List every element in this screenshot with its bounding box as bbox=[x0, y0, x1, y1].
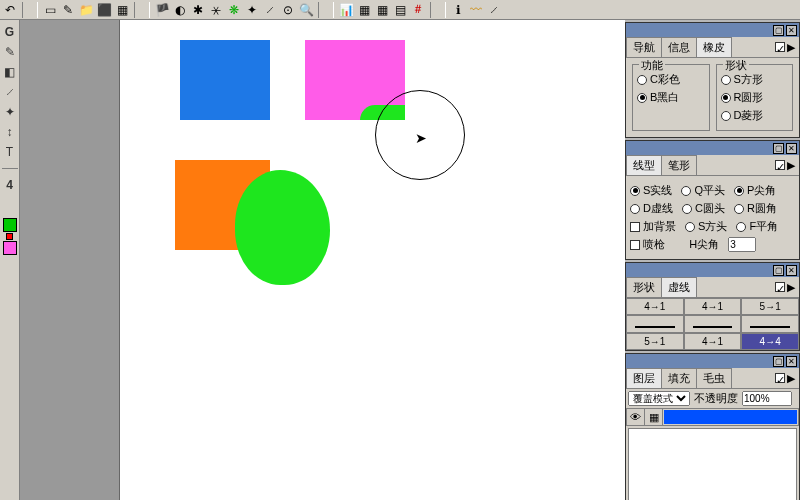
radio-sharp[interactable] bbox=[734, 186, 744, 196]
dash-cell-active[interactable]: 4→4 bbox=[741, 333, 799, 350]
radio-roundjoin[interactable] bbox=[734, 204, 744, 214]
canvas[interactable]: ➤ bbox=[120, 20, 625, 500]
layer-list[interactable] bbox=[628, 428, 797, 500]
move-tool-icon[interactable]: ↕ bbox=[2, 124, 18, 140]
close-icon[interactable]: ✕ bbox=[786, 25, 797, 36]
radio-round[interactable] bbox=[721, 93, 731, 103]
circle-icon[interactable]: ◐ bbox=[172, 2, 188, 18]
radio-dash[interactable] bbox=[630, 204, 640, 214]
radio-sqcap[interactable] bbox=[685, 222, 695, 232]
pencil-tool-icon[interactable]: ✎ bbox=[2, 44, 18, 60]
sparkle-icon[interactable]: ❋ bbox=[226, 2, 242, 18]
tab-shape[interactable]: 形状 bbox=[626, 277, 662, 297]
blend-mode-select[interactable]: 覆盖模式 bbox=[628, 391, 690, 406]
panel3-icon[interactable]: ▤ bbox=[392, 2, 408, 18]
radio-color[interactable] bbox=[637, 75, 647, 85]
minimize-icon[interactable]: ▢ bbox=[773, 143, 784, 154]
dash-cell[interactable]: 5→1 bbox=[626, 333, 684, 350]
dash-cell[interactable]: 5→1 bbox=[741, 298, 799, 315]
eraser-panel: ▢✕ 导航 信息 橡皮 ✓▶ 功能 C彩色 B黑白 形状 S方形 R圆形 D菱形 bbox=[625, 22, 800, 138]
opacity-input[interactable] bbox=[742, 391, 792, 406]
grid-icon[interactable]: ▦ bbox=[114, 2, 130, 18]
tab-dash[interactable]: 虚线 bbox=[661, 277, 697, 297]
tab-worm[interactable]: 毛虫 bbox=[696, 368, 732, 388]
blue-square bbox=[180, 40, 270, 120]
chk-spray[interactable] bbox=[630, 240, 640, 250]
cursor-arrow-icon: ➤ bbox=[415, 130, 427, 146]
panel-menu-icon[interactable]: ▶ bbox=[787, 41, 795, 54]
open-icon[interactable]: 📁 bbox=[78, 2, 94, 18]
chk-bg[interactable] bbox=[630, 222, 640, 232]
radio-solid[interactable] bbox=[630, 186, 640, 196]
radio-square[interactable] bbox=[721, 75, 731, 85]
left-toolbar: G ✎ ◧ ⟋ ✦ ↕ T 4 bbox=[0, 20, 20, 500]
target-icon[interactable]: ⊙ bbox=[280, 2, 296, 18]
panel-menu-icon[interactable]: ▶ bbox=[787, 281, 795, 294]
tab-penshape[interactable]: 笔形 bbox=[661, 155, 697, 175]
text-tool-icon[interactable]: G bbox=[2, 24, 18, 40]
close-icon[interactable]: ✕ bbox=[786, 143, 797, 154]
swatch-red[interactable] bbox=[6, 233, 13, 240]
dash-cell[interactable]: 4→1 bbox=[626, 298, 684, 315]
color-swatches bbox=[0, 217, 20, 256]
pencil-icon[interactable]: ✎ bbox=[60, 2, 76, 18]
miter-input[interactable] bbox=[728, 237, 756, 252]
layer-row[interactable]: 👁 ▦ bbox=[626, 408, 799, 426]
dash-cell[interactable]: 4→1 bbox=[684, 298, 742, 315]
panel-check[interactable]: ✓ bbox=[775, 42, 785, 52]
radio-roundcap[interactable] bbox=[682, 204, 692, 214]
chart-icon[interactable]: 📊 bbox=[338, 2, 354, 18]
layer-panel: ▢✕ 图层 填充 毛虫 ✓▶ 覆盖模式 不透明度 👁 ▦ bbox=[625, 353, 800, 500]
panel-check[interactable]: ✓ bbox=[775, 160, 785, 170]
radio-diamond[interactable] bbox=[721, 111, 731, 121]
tab-eraser[interactable]: 橡皮 bbox=[696, 37, 732, 57]
flag-icon[interactable]: 🏴 bbox=[154, 2, 170, 18]
star-tool-icon[interactable]: ✦ bbox=[2, 104, 18, 120]
layer-strip bbox=[664, 410, 797, 424]
wave-icon[interactable]: 〰 bbox=[468, 2, 484, 18]
select-tool-icon[interactable]: ◧ bbox=[2, 64, 18, 80]
tab-linetype[interactable]: 线型 bbox=[626, 155, 662, 175]
panel2-icon[interactable]: ▦ bbox=[374, 2, 390, 18]
size-label: 4 bbox=[2, 177, 18, 193]
green-blob bbox=[235, 170, 330, 285]
tab-info[interactable]: 信息 bbox=[661, 37, 697, 57]
swatch-pink[interactable] bbox=[3, 241, 17, 255]
wand-icon[interactable]: ✦ bbox=[244, 2, 260, 18]
close-icon[interactable]: ✕ bbox=[786, 356, 797, 367]
dash-sample[interactable] bbox=[741, 315, 799, 333]
minimize-icon[interactable]: ▢ bbox=[773, 25, 784, 36]
radio-flatjoin[interactable] bbox=[736, 222, 746, 232]
panel1-icon[interactable]: ▦ bbox=[356, 2, 372, 18]
type-tool-icon[interactable]: T bbox=[2, 144, 18, 160]
tab-layer[interactable]: 图层 bbox=[626, 368, 662, 388]
minimize-icon[interactable]: ▢ bbox=[773, 265, 784, 276]
panel-menu-icon[interactable]: ▶ bbox=[787, 159, 795, 172]
tab-nav[interactable]: 导航 bbox=[626, 37, 662, 57]
visibility-icon[interactable]: 👁 bbox=[627, 409, 645, 425]
panel-check[interactable]: ✓ bbox=[775, 373, 785, 383]
close-icon[interactable]: ✕ bbox=[786, 265, 797, 276]
line-icon[interactable]: ⟋ bbox=[262, 2, 278, 18]
dash-sample[interactable] bbox=[626, 315, 684, 333]
info-icon[interactable]: ℹ bbox=[450, 2, 466, 18]
panel-menu-icon[interactable]: ▶ bbox=[787, 372, 795, 385]
dash-cell[interactable]: 4→1 bbox=[684, 333, 742, 350]
burst-icon[interactable]: ⚹ bbox=[208, 2, 224, 18]
radio-flat[interactable] bbox=[681, 186, 691, 196]
tab-fill[interactable]: 填充 bbox=[661, 368, 697, 388]
zoom-icon[interactable]: 🔍 bbox=[298, 2, 314, 18]
panel-check[interactable]: ✓ bbox=[775, 282, 785, 292]
minimize-icon[interactable]: ▢ bbox=[773, 356, 784, 367]
hash-icon[interactable]: ＃ bbox=[410, 2, 426, 18]
slash-icon[interactable]: ⟋ bbox=[486, 2, 502, 18]
line-tool-icon[interactable]: ⟋ bbox=[2, 84, 18, 100]
line-panel: ▢✕ 线型 笔形 ✓▶ S实线 Q平头 P尖角 D虚线 C圆头 R圆角 加背景 … bbox=[625, 140, 800, 260]
fill-icon[interactable]: ⬛ bbox=[96, 2, 112, 18]
rect-icon[interactable]: ▭ bbox=[42, 2, 58, 18]
undo-icon[interactable]: ↶ bbox=[2, 2, 18, 18]
star-icon[interactable]: ✱ bbox=[190, 2, 206, 18]
radio-bw[interactable] bbox=[637, 93, 647, 103]
swatch-green[interactable] bbox=[3, 218, 17, 232]
dash-sample[interactable] bbox=[684, 315, 742, 333]
